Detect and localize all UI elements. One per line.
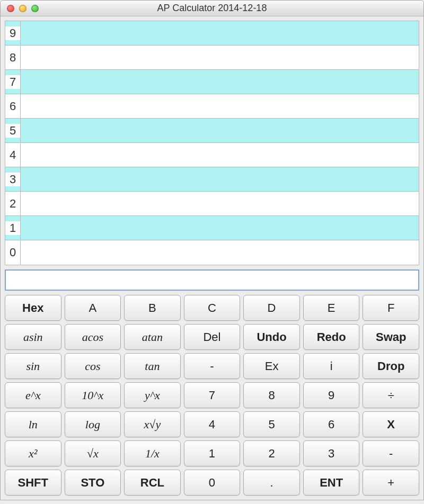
stack-index-label: 5 [5, 124, 20, 138]
negate-button[interactable]: - [184, 353, 241, 379]
square-button[interactable]: x² [5, 440, 61, 466]
stack-value [21, 70, 419, 94]
hex-button[interactable]: Hex [5, 295, 61, 321]
keypad: HexABCDEFasinacosatanDelUndoRedoSwapsinc… [5, 295, 419, 496]
stack-index-label: 0 [5, 246, 20, 259]
stack-index-label: 9 [5, 26, 20, 40]
stack-index-label: 3 [5, 173, 20, 186]
tan-button[interactable]: tan [124, 353, 181, 379]
enter-button[interactable]: ENT [303, 470, 360, 496]
stack-display: 9876543210 [5, 21, 419, 265]
app-window: AP Calculator 2014-12-18 9876543210 HexA… [0, 0, 424, 500]
stack-value [21, 94, 419, 118]
ex-button[interactable]: Ex [243, 353, 300, 379]
swap-button[interactable]: Swap [363, 324, 419, 350]
hex-a-button[interactable]: A [65, 295, 121, 321]
stack-row[interactable]: 5 [5, 119, 419, 143]
del-button[interactable]: Del [184, 324, 241, 350]
stack-value [21, 167, 419, 191]
multiply-button[interactable]: X [363, 411, 419, 437]
maximize-icon[interactable] [31, 5, 39, 12]
subtract-button[interactable]: - [363, 440, 419, 466]
window-title: AP Calculator 2014-12-18 [1, 3, 423, 14]
hex-b-button[interactable]: B [124, 295, 181, 321]
stack-row[interactable]: 8 [5, 46, 419, 70]
recall-button[interactable]: RCL [124, 470, 181, 496]
entry-input[interactable] [6, 271, 418, 289]
shift-button[interactable]: SHFT [5, 470, 61, 496]
digit-8-button[interactable]: 8 [243, 382, 300, 408]
stack-value [21, 216, 419, 240]
stack-index-label: 7 [5, 75, 20, 89]
add-button[interactable]: + [363, 470, 419, 496]
hex-e-button[interactable]: E [303, 295, 360, 321]
atan-button[interactable]: atan [124, 324, 181, 350]
sin-button[interactable]: sin [5, 353, 61, 379]
undo-button[interactable]: Undo [243, 324, 300, 350]
decimal-button[interactable]: . [243, 470, 300, 496]
redo-button[interactable]: Redo [303, 324, 360, 350]
stack-value [21, 143, 419, 167]
stack-value [21, 192, 419, 215]
minimize-icon[interactable] [19, 5, 26, 12]
stack-row[interactable]: 1 [5, 216, 419, 240]
digit-4-button[interactable]: 4 [184, 411, 241, 437]
stack-row[interactable]: 3 [5, 167, 419, 192]
ln-button[interactable]: ln [5, 411, 61, 437]
asin-button[interactable]: asin [5, 324, 61, 350]
stack-value [21, 119, 419, 142]
stack-value [21, 21, 419, 45]
stack-index-label: 4 [5, 148, 20, 162]
stack-row[interactable]: 0 [5, 240, 419, 265]
hex-d-button[interactable]: D [243, 295, 300, 321]
cos-button[interactable]: cos [65, 353, 121, 379]
sqrt-button[interactable]: √x [65, 440, 121, 466]
divide-button[interactable]: ÷ [363, 382, 419, 408]
stack-row[interactable]: 9 [5, 21, 419, 46]
input-row[interactable] [5, 269, 419, 291]
ten-power-button[interactable]: 10^x [65, 382, 121, 408]
stack-row[interactable]: 7 [5, 70, 419, 94]
digit-7-button[interactable]: 7 [184, 382, 241, 408]
content-area: 9876543210 HexABCDEFasinacosatanDelUndoR… [1, 16, 423, 500]
log-button[interactable]: log [65, 411, 121, 437]
stack-index-label: 1 [5, 221, 20, 235]
digit-3-button[interactable]: 3 [303, 440, 360, 466]
x-root-y-button[interactable]: x√y [124, 411, 181, 437]
digit-9-button[interactable]: 9 [303, 382, 360, 408]
hex-c-button[interactable]: C [184, 295, 241, 321]
exp-button[interactable]: e^x [5, 382, 61, 408]
stack-index-label: 6 [5, 100, 20, 113]
store-button[interactable]: STO [65, 470, 121, 496]
hex-f-button[interactable]: F [363, 295, 419, 321]
drop-button[interactable]: Drop [363, 353, 419, 379]
traffic-lights [1, 5, 39, 12]
imaginary-button[interactable]: i [303, 353, 360, 379]
stack-value [21, 240, 419, 265]
stack-index-label: 2 [5, 197, 20, 211]
digit-5-button[interactable]: 5 [243, 411, 300, 437]
stack-row[interactable]: 6 [5, 94, 419, 119]
reciprocal-button[interactable]: 1/x [124, 440, 181, 466]
close-icon[interactable] [7, 5, 14, 12]
y-power-x-button[interactable]: y^x [124, 382, 181, 408]
titlebar: AP Calculator 2014-12-18 [1, 1, 423, 16]
stack-index-label: 8 [5, 51, 20, 65]
acos-button[interactable]: acos [65, 324, 121, 350]
stack-row[interactable]: 4 [5, 143, 419, 167]
digit-6-button[interactable]: 6 [303, 411, 360, 437]
stack-value [21, 46, 419, 69]
digit-2-button[interactable]: 2 [243, 440, 300, 466]
digit-0-button[interactable]: 0 [184, 470, 241, 496]
digit-1-button[interactable]: 1 [184, 440, 241, 466]
stack-row[interactable]: 2 [5, 192, 419, 216]
